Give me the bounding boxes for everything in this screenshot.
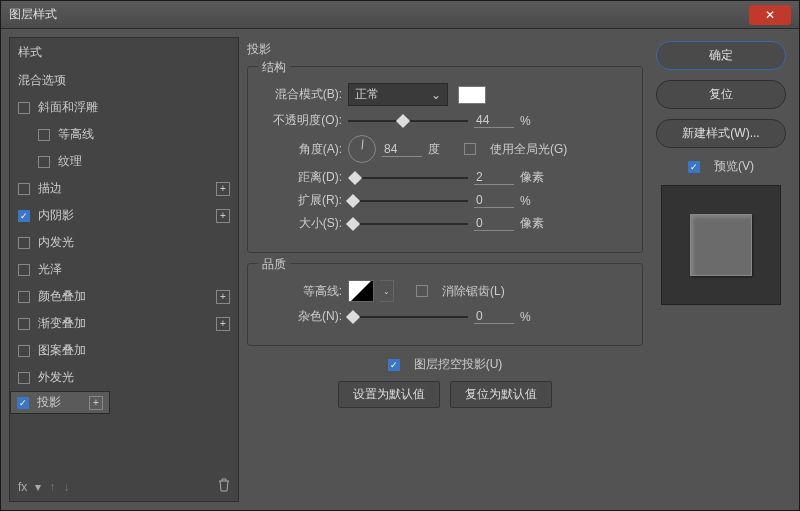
style-item-5[interactable]: 内发光 [10,229,238,256]
arrow-down-icon[interactable]: ↓ [63,480,69,494]
new-style-button[interactable]: 新建样式(W)... [656,119,786,148]
sidebar-item-label: 等高线 [58,126,94,143]
chevron-down-icon[interactable]: ▾ [35,480,41,494]
effect-title: 投影 [247,37,643,66]
preview-swatch [690,214,752,276]
angle-label: 角度(A): [260,141,342,158]
add-effect-icon[interactable]: + [216,317,230,331]
sidebar-item-label: 颜色叠加 [38,288,86,305]
preview-box [661,185,781,305]
angle-unit: 度 [428,141,458,158]
sidebar-item-label: 渐变叠加 [38,315,86,332]
style-checkbox[interactable] [18,291,30,303]
arrow-up-icon[interactable]: ↑ [49,480,55,494]
style-item-4[interactable]: 内阴影+ [10,202,238,229]
style-item-0[interactable]: 斜面和浮雕 [10,94,238,121]
style-checkbox[interactable] [18,318,30,330]
contour-dropdown[interactable]: ⌄ [380,280,394,302]
size-unit: 像素 [520,215,550,232]
style-item-3[interactable]: 描边+ [10,175,238,202]
opacity-label: 不透明度(O): [260,112,342,129]
sidebar-item-label: 纹理 [58,153,82,170]
opacity-slider[interactable] [348,114,468,128]
noise-slider[interactable] [348,310,468,324]
size-slider[interactable] [348,217,468,231]
style-item-8[interactable]: 渐变叠加+ [10,310,238,337]
style-checkbox[interactable] [18,345,30,357]
structure-group: 结构 混合模式(B): 正常 ⌄ 不透明度(O): 44 % [247,66,643,253]
style-checkbox[interactable] [18,183,30,195]
sidebar-item-label: 混合选项 [18,72,66,89]
spread-slider[interactable] [348,194,468,208]
style-checkbox[interactable] [18,237,30,249]
size-label: 大小(S): [260,215,342,232]
right-column: 确定 复位 新建样式(W)... 预览(V) [651,37,791,502]
knockout-checkbox[interactable] [388,359,400,371]
blending-options[interactable]: 混合选项 [10,67,238,94]
window-title: 图层样式 [9,6,749,23]
make-default-button[interactable]: 设置为默认值 [338,381,440,408]
distance-slider[interactable] [348,171,468,185]
style-item-1[interactable]: 等高线 [10,121,238,148]
noise-value[interactable]: 0 [474,309,514,324]
spread-unit: % [520,194,550,208]
style-checkbox[interactable] [18,264,30,276]
style-checkbox[interactable] [38,156,50,168]
style-item-11[interactable]: 投影+ [10,391,110,414]
close-button[interactable]: ✕ [749,5,791,25]
cancel-button[interactable]: 复位 [656,80,786,109]
global-light-checkbox[interactable] [464,143,476,155]
knockout-label: 图层挖空投影(U) [414,356,503,373]
noise-label: 杂色(N): [260,308,342,325]
size-value[interactable]: 0 [474,216,514,231]
chevron-down-icon: ⌄ [383,287,390,296]
opacity-unit: % [520,114,550,128]
style-checkbox[interactable] [18,210,30,222]
style-item-2[interactable]: 纹理 [10,148,238,175]
angle-dial[interactable] [348,135,376,163]
style-checkbox[interactable] [18,102,30,114]
blend-mode-value: 正常 [355,86,379,103]
style-checkbox[interactable] [38,129,50,141]
spread-value[interactable]: 0 [474,193,514,208]
distance-value[interactable]: 2 [474,170,514,185]
dialog-body: 样式 混合选项 斜面和浮雕等高线纹理描边+内阴影+内发光光泽颜色叠加+渐变叠加+… [1,29,799,510]
reset-default-button[interactable]: 复位为默认值 [450,381,552,408]
preview-checkbox[interactable] [688,161,700,173]
contour-picker[interactable] [348,280,374,302]
layer-style-dialog: 图层样式 ✕ 样式 混合选项 斜面和浮雕等高线纹理描边+内阴影+内发光光泽颜色叠… [0,0,800,511]
ok-button[interactable]: 确定 [656,41,786,70]
style-item-7[interactable]: 颜色叠加+ [10,283,238,310]
chevron-down-icon: ⌄ [431,88,441,102]
style-item-6[interactable]: 光泽 [10,256,238,283]
sidebar-item-label: 斜面和浮雕 [38,99,98,116]
style-checkbox[interactable] [17,397,29,409]
add-effect-icon[interactable]: + [216,209,230,223]
style-checkbox[interactable] [18,372,30,384]
sidebar-item-label: 内发光 [38,234,74,251]
sidebar-item-label: 图案叠加 [38,342,86,359]
color-swatch[interactable] [458,86,486,104]
sidebar-item-label: 外发光 [38,369,74,386]
angle-value[interactable]: 84 [382,142,422,157]
sidebar-item-label: 投影 [37,394,61,411]
sidebar-header: 样式 [10,38,238,67]
sidebar-item-label: 光泽 [38,261,62,278]
fx-icon[interactable]: fx [18,480,27,494]
styles-sidebar: 样式 混合选项 斜面和浮雕等高线纹理描边+内阴影+内发光光泽颜色叠加+渐变叠加+… [9,37,239,502]
quality-group: 品质 等高线: ⌄ 消除锯齿(L) 杂色(N): 0 % [247,263,643,346]
global-light-label: 使用全局光(G) [490,141,567,158]
add-effect-icon[interactable]: + [216,182,230,196]
blend-mode-label: 混合模式(B): [260,86,342,103]
add-effect-icon[interactable]: + [89,396,103,410]
style-item-9[interactable]: 图案叠加 [10,337,238,364]
opacity-value[interactable]: 44 [474,113,514,128]
style-item-10[interactable]: 外发光 [10,364,238,391]
main-area: 投影 结构 混合模式(B): 正常 ⌄ 不透明度(O): [247,37,791,502]
preview-label: 预览(V) [714,158,754,175]
add-effect-icon[interactable]: + [216,290,230,304]
antialias-checkbox[interactable] [416,285,428,297]
titlebar[interactable]: 图层样式 ✕ [1,1,799,29]
blend-mode-select[interactable]: 正常 ⌄ [348,83,448,106]
trash-icon[interactable] [218,478,230,495]
